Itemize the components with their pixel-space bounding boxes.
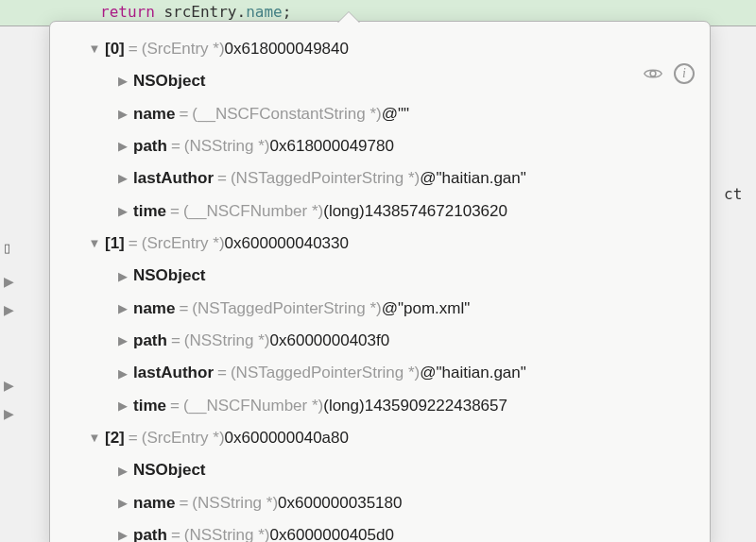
property-label: time	[133, 199, 166, 224]
property-value: (long)1438574672103620	[323, 199, 507, 224]
disclosure-right-icon[interactable]: ▶	[116, 267, 129, 286]
code-object: srcEntry.	[163, 3, 246, 21]
property-type: (NSString *)	[184, 329, 270, 353]
equals: =	[166, 199, 183, 224]
equals: =	[214, 166, 231, 191]
disclosure-right-icon[interactable]: ▶	[116, 331, 129, 350]
property-label: NSObject	[133, 69, 206, 93]
equals: =	[175, 296, 192, 321]
quicklook-icon[interactable]	[642, 63, 664, 84]
popover-actions: i	[642, 63, 695, 84]
disclosure-right-icon[interactable]: ▶	[116, 526, 129, 542]
gutter-arrow-icon: ▶	[4, 274, 14, 289]
property-value: 0x600000035180	[278, 491, 402, 516]
equals: =	[125, 231, 142, 256]
property-label: path	[133, 523, 167, 542]
tree-entry[interactable]: ▼[1] = (SrcEntry *) 0x600000040330	[56, 228, 704, 260]
equals: =	[175, 102, 192, 127]
tree-entry[interactable]: ▼[0] = (SrcEntry *) 0x618000049840	[56, 33, 704, 65]
property-label: path	[133, 329, 167, 353]
entry-type: (SrcEntry *)	[142, 426, 225, 450]
tree-property[interactable]: ▶path = (NSString *) 0x6000000403f0	[56, 325, 704, 357]
disclosure-right-icon[interactable]: ▶	[116, 169, 129, 188]
disclosure-right-icon[interactable]: ▶	[116, 105, 129, 124]
property-value: @"pom.xml"	[382, 296, 471, 321]
property-label: time	[133, 394, 166, 418]
tree-entry[interactable]: ▼[2] = (SrcEntry *) 0x600000040a80	[56, 422, 704, 454]
gutter-arrow-icon: ▶	[4, 302, 14, 317]
tree-property[interactable]: ▶name = (NSString *) 0x600000035180	[56, 487, 704, 519]
property-value: @"haitian.gan"	[420, 361, 526, 385]
gutter-arrow-icon: ▶	[4, 378, 14, 393]
equals: =	[167, 523, 184, 542]
entry-index: [0]	[105, 37, 125, 61]
disclosure-right-icon[interactable]: ▶	[116, 202, 129, 221]
svg-point-0	[650, 71, 656, 76]
tree-property[interactable]: ▶NSObject	[56, 65, 704, 97]
tree-property[interactable]: ▶NSObject	[56, 260, 704, 292]
equals: =	[214, 361, 231, 385]
property-type: (NSString *)	[192, 491, 278, 516]
disclosure-right-icon[interactable]: ▶	[116, 462, 129, 481]
keyword-return: return	[100, 3, 155, 21]
equals: =	[125, 426, 142, 450]
property-label: name	[133, 296, 175, 321]
tree-property[interactable]: ▶time = (__NSCFNumber *) (long)143857467…	[56, 195, 704, 228]
equals: =	[166, 394, 183, 418]
property-label: lastAuthor	[133, 361, 214, 385]
right-code-fragment: ct	[724, 179, 756, 209]
tree-property[interactable]: ▶name = (NSTaggedPointerString *) @"pom.…	[56, 293, 704, 325]
entry-address: 0x618000049840	[225, 37, 349, 61]
variables-popover: i ▼[0] = (SrcEntry *) 0x618000049840▶NSO…	[49, 21, 711, 542]
property-value: 0x618000049780	[270, 134, 394, 159]
equals: =	[175, 491, 192, 516]
property-type: (__NSCFNumber *)	[183, 199, 323, 224]
property-type: (NSTaggedPointerString *)	[231, 361, 420, 385]
disclosure-down-icon[interactable]: ▼	[88, 429, 101, 448]
property-type: (NSString *)	[184, 523, 270, 542]
tree-property[interactable]: ▶name = (__NSCFConstantString *) @""	[56, 98, 704, 130]
property-type: (NSString *)	[184, 134, 270, 159]
entry-index: [1]	[105, 231, 125, 256]
equals: =	[125, 37, 142, 61]
tree-property[interactable]: ▶lastAuthor = (NSTaggedPointerString *) …	[56, 357, 704, 389]
property-value: 0x6000000405d0	[270, 523, 394, 542]
property-label: name	[133, 102, 175, 127]
entry-index: [2]	[105, 426, 125, 450]
property-label: NSObject	[133, 263, 206, 288]
entry-address: 0x600000040330	[225, 231, 349, 256]
entry-type: (SrcEntry *)	[142, 231, 225, 256]
disclosure-down-icon[interactable]: ▼	[88, 40, 101, 59]
disclosure-right-icon[interactable]: ▶	[116, 137, 129, 156]
entry-address: 0x600000040a80	[225, 426, 349, 450]
disclosure-down-icon[interactable]: ▼	[88, 234, 101, 253]
info-icon[interactable]: i	[674, 63, 695, 84]
property-type: (NSTaggedPointerString *)	[192, 296, 381, 321]
tree-property[interactable]: ▶lastAuthor = (NSTaggedPointerString *) …	[56, 162, 704, 195]
property-value: @""	[382, 102, 409, 127]
tree-property[interactable]: ▶NSObject	[56, 454, 704, 486]
equals: =	[167, 134, 184, 159]
disclosure-right-icon[interactable]: ▶	[116, 397, 129, 415]
property-label: name	[133, 491, 175, 516]
property-value: @"haitian.gan"	[420, 166, 526, 191]
property-label: path	[133, 134, 167, 159]
entry-type: (SrcEntry *)	[142, 37, 225, 61]
tree-property[interactable]: ▶time = (__NSCFNumber *) (long)143590922…	[56, 390, 704, 422]
disclosure-right-icon[interactable]: ▶	[116, 72, 129, 91]
equals: =	[167, 329, 184, 353]
property-type: (__NSCFConstantString *)	[192, 102, 381, 127]
code-property: name	[246, 3, 283, 21]
property-type: (__NSCFNumber *)	[183, 394, 323, 418]
left-panel-fragment: ▯	[4, 241, 10, 255]
disclosure-right-icon[interactable]: ▶	[116, 299, 129, 318]
property-value: 0x6000000403f0	[270, 329, 390, 353]
variable-tree[interactable]: ▼[0] = (SrcEntry *) 0x618000049840▶NSObj…	[50, 33, 710, 542]
property-label: lastAuthor	[133, 166, 214, 191]
gutter-arrow-icon: ▶	[4, 406, 14, 421]
tree-property[interactable]: ▶path = (NSString *) 0x618000049780	[56, 130, 704, 162]
property-value: (long)1435909222438657	[323, 394, 507, 418]
disclosure-right-icon[interactable]: ▶	[116, 364, 129, 383]
disclosure-right-icon[interactable]: ▶	[116, 494, 129, 513]
tree-property[interactable]: ▶path = (NSString *) 0x6000000405d0	[56, 519, 704, 542]
